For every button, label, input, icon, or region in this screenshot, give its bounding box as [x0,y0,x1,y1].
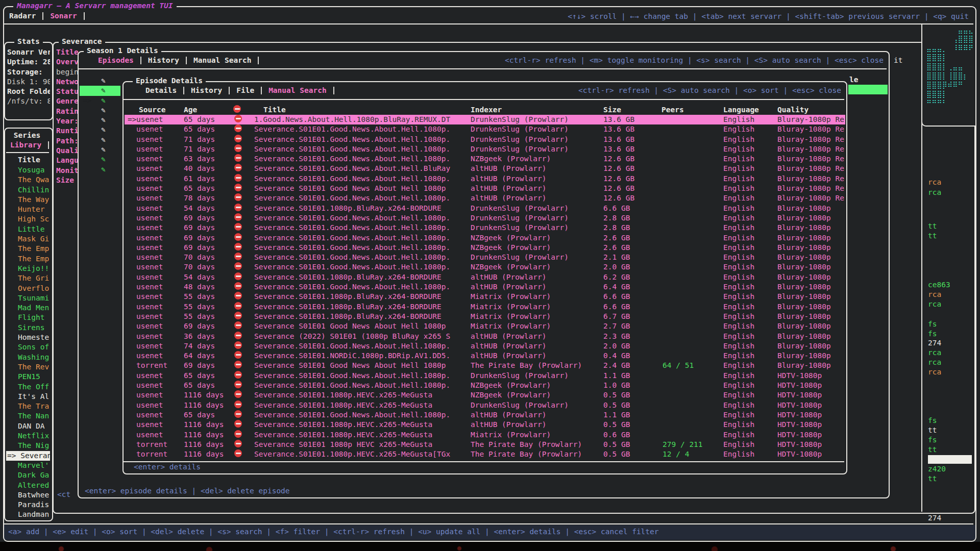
series-list-item[interactable]: The Nan [6,411,50,421]
release-row[interactable]: usenet 69 days Severance.S01E01.Good.New… [125,213,845,223]
series-list-item[interactable]: Tsunami [6,293,50,303]
release-row[interactable]: torrent 1116 days Severance.S01E01.1080p… [125,449,845,459]
episode-monitor-row[interactable]: => ✎ [80,106,122,115]
episode-tab[interactable]: Details [145,86,177,95]
episode-monitor-row[interactable]: => ✎ [80,145,122,155]
series-list-item[interactable]: Paradis [6,500,50,510]
release-row[interactable]: usenet 69 days Severance.S01E01.Good.New… [125,243,845,253]
series-list-item[interactable]: The Tra [6,402,50,411]
series-list-item[interactable]: DAN DA [6,421,50,431]
release-row[interactable]: usenet 55 days Severance.S01E01.1080p.Bl… [125,302,845,312]
series-list-item[interactable]: The Emp [6,254,50,264]
release-row[interactable]: usenet 70 days Severance.S01E01.Good.New… [125,262,845,272]
release-row[interactable]: usenet 40 days Severance.S01E01.Good.New… [125,164,845,173]
series-list-item[interactable]: Sirens [6,323,50,333]
servarr-tab[interactable]: Sonarr [50,11,77,21]
series-list-item[interactable]: The Qwa [6,175,50,185]
release-row[interactable]: torrent 1116 days Severance S01E01 1080p… [125,440,845,449]
series-list-item[interactable]: => Severan [6,451,50,461]
release-row[interactable]: usenet 55 days Severance.S01E01.1080p.Bl… [125,312,845,321]
episode-monitor-row[interactable]: => ✎ [80,96,122,106]
episode-monitor-row[interactable]: => ✎ [80,155,122,164]
col-header-quality[interactable]: Quality [777,105,808,115]
release-row[interactable]: usenet 63 days Severance.S01E01.Good.New… [125,154,845,164]
series-list-item[interactable]: The Rev [6,362,50,372]
series-list-item[interactable]: Keijo!! [6,264,50,273]
series-list-item[interactable]: Batwhee [6,490,50,500]
release-row[interactable]: usenet 48 days Severance.S01E01.Good.New… [125,282,845,292]
series-list-item[interactable]: Netflix [6,431,50,441]
episode-monitor-row[interactable]: => ✎ [80,86,120,95]
tab-library[interactable]: Library [10,140,41,150]
series-list-item[interactable]: Chillin [6,185,50,195]
series-list-item[interactable]: Mad Men [6,303,50,313]
series-list-item[interactable]: Dark Ga [6,470,50,480]
series-list-item[interactable]: Overflo [6,284,50,293]
release-row[interactable]: usenet 71 days Severance.S01E01.Good.New… [125,135,845,144]
release-row[interactable]: usenet 65 days Severance.S01E01.Good.New… [125,124,845,134]
col-header-age[interactable]: Age [184,105,197,115]
episode-monitor-row[interactable]: => ✎ [80,115,122,125]
release-row[interactable]: usenet 1116 days Severance.S01E01.1080p.… [125,400,845,410]
release-row[interactable]: usenet 54 days Severance.S01E01.1080p.Bl… [125,204,845,213]
release-row[interactable]: usenet 1116 days Severance.S01E01.1080p.… [125,390,845,400]
series-list-item[interactable]: It's Al [6,392,50,402]
season-tab[interactable]: History [148,56,179,65]
col-header-rejected-icon[interactable] [233,105,241,113]
series-list-item[interactable]: The Off [6,382,50,392]
release-row[interactable]: usenet 74 days Severance.S01E01.Good.New… [125,341,845,351]
release-row[interactable]: torrent 69 days Severance S01E01 Good Ne… [125,361,845,370]
episode-monitor-row[interactable]: => ✎ [80,125,122,135]
series-list-item[interactable]: Mask Gi [6,234,50,244]
series-list-item[interactable]: The Way [6,195,50,205]
release-row[interactable]: usenet 69 days Severance.S01E01.Good.New… [125,223,845,233]
col-header-source[interactable]: Source [139,105,165,115]
release-row[interactable]: usenet 55 days Severance.S01E01.1080p.Bl… [125,292,845,302]
col-header-title[interactable]: Title [263,105,286,115]
series-list-item[interactable]: The Gri [6,273,50,283]
episode-tab[interactable]: History [191,86,222,95]
release-row[interactable]: usenet 78 days Severance.S01E01.Good.New… [125,193,845,203]
release-row[interactable]: usenet 65 days Severance.S01E01.Good.New… [125,410,845,420]
release-row[interactable]: usenet 1116 days Severance.S01E01.1080p.… [125,420,845,430]
release-row[interactable]: usenet 69 days Severance.S01E01.Good.New… [125,233,845,243]
series-list-item[interactable]: Altered [6,481,50,490]
episode-monitor-row[interactable]: => ✎ [80,76,122,86]
series-list-item[interactable]: Hunter [6,205,50,214]
episode-tab[interactable]: File [236,86,254,95]
col-header-size[interactable]: Size [603,105,621,115]
series-list-item[interactable]: The Emp [6,244,50,254]
release-row[interactable]: => usenet 65 days 1.Good.News.About.Hell… [125,115,845,124]
release-row[interactable]: usenet 65 days Severance S01E01 Good New… [125,184,845,193]
release-row[interactable]: usenet 65 days Severance.S01E01.Good.New… [125,381,845,390]
release-row[interactable]: usenet 69 days Severance S01E01 Good New… [125,321,845,331]
col-header-language[interactable]: Language [723,105,759,115]
series-list-item[interactable]: High Sc [6,214,50,224]
episode-monitor-row[interactable]: => ✎ [80,135,122,145]
release-row[interactable]: usenet 1116 days Severance.S01E01.1080p.… [125,430,845,440]
series-list-item[interactable]: Flight [6,313,50,322]
release-row[interactable]: usenet 65 days Severance.S01E01.Good.New… [125,371,845,381]
col-header-indexer[interactable]: Indexer [471,105,502,115]
release-row[interactable]: usenet 70 days Severance.S01E01.Good.New… [125,253,845,262]
release-row[interactable]: usenet 64 days Severance.S01E01.NORDiC.1… [125,351,845,361]
season-tab[interactable]: Manual Search [193,56,252,65]
series-list-item[interactable]: Little [6,224,50,234]
episode-monitor-row[interactable]: => ✎ [80,165,122,174]
servarr-tab[interactable]: Radarr [9,11,36,21]
series-list-item[interactable]: Yosuga [6,165,50,175]
release-row[interactable]: usenet 71 days Severance.S01E01.Good.New… [125,144,845,154]
release-row[interactable]: usenet 54 days Severance.S01E01.1080p.Bl… [125,272,845,282]
series-list-item[interactable]: Washing [6,353,50,362]
series-list-item[interactable]: Marvel' [6,461,50,470]
release-row[interactable]: usenet 61 days Severance.S01E01.Good.New… [125,174,845,184]
series-list-item[interactable]: The Nig [6,441,50,450]
episode-tab[interactable]: Manual Search [268,86,327,95]
series-list-item[interactable]: Sons of [6,342,50,352]
season-tab[interactable]: Episodes [98,56,134,65]
series-list-item[interactable]: Homeste [6,333,50,342]
series-list-item[interactable]: PEN15 [6,372,50,382]
series-list-item[interactable]: Landman [6,510,50,519]
release-row[interactable]: usenet 36 days Severance (2022) S01E01 (… [125,332,845,341]
col-header-peers[interactable]: Peers [662,105,684,115]
